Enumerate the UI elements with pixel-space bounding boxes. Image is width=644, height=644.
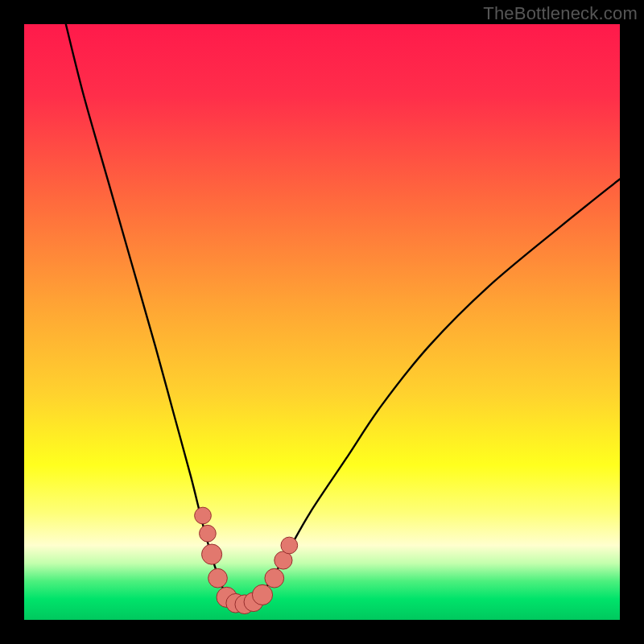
data-marker [265, 568, 284, 588]
data-marker [200, 525, 217, 542]
chart-svg [24, 24, 620, 620]
data-marker [208, 568, 228, 588]
data-marker [252, 584, 272, 605]
plot-area [24, 24, 620, 620]
watermark-text: TheBottleneck.com [483, 3, 638, 24]
data-marker [195, 507, 212, 524]
gradient-background [24, 24, 620, 620]
data-marker [202, 544, 222, 564]
chart-frame: TheBottleneck.com [0, 0, 644, 644]
data-marker [281, 537, 298, 554]
